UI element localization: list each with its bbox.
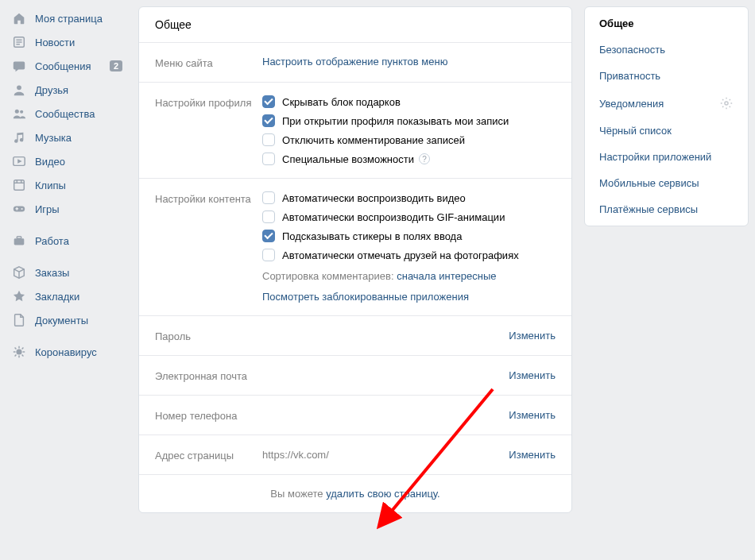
nav-item-music[interactable]: Музыка [3, 126, 129, 149]
nav-item-label: Моя страница [35, 13, 103, 25]
row-label-address: Адрес страницы [155, 448, 262, 462]
checkbox-label: Отключить комментирование записей [282, 134, 465, 146]
checkbox[interactable] [262, 95, 275, 108]
nav-item-covid[interactable]: Коронавирус [3, 340, 129, 364]
svg-point-6 [20, 110, 23, 114]
profile-option-2[interactable]: Отключить комментирование записей [262, 133, 556, 146]
nav-item-work[interactable]: Работа [3, 229, 129, 253]
settings-tab-blacklist[interactable]: Чёрный список [585, 118, 748, 144]
checkbox-label: Автоматически отмечать друзей на фотогра… [282, 249, 519, 261]
clips-icon [11, 177, 27, 193]
checkbox-label: При открытии профиля показывать мои запи… [282, 115, 509, 127]
change-phone-link[interactable]: Изменить [509, 409, 556, 421]
section-phone: Номер телефонаИзменить [139, 396, 571, 435]
section-content: Настройки контента Автоматически воспрои… [139, 179, 571, 316]
sort-label: Сортировка комментариев: [262, 270, 397, 282]
row-label-email: Электронная почта [155, 369, 262, 382]
help-icon[interactable]: ? [419, 153, 430, 164]
section-password: ПарольИзменить [139, 316, 571, 356]
doc-icon [11, 312, 27, 328]
content-option-2[interactable]: Подсказывать стикеры в полях ввода [262, 230, 556, 242]
nav-item-bookmarks[interactable]: Закладки [3, 284, 129, 308]
row-label-phone: Номер телефона [155, 408, 262, 422]
configure-menu-link[interactable]: Настроить отображение пунктов меню [262, 56, 447, 68]
section-label-menu: Меню сайта [155, 56, 262, 69]
settings-tab-label: Мобильные сервисы [599, 177, 699, 189]
svg-line-26 [22, 348, 24, 350]
nav-item-label: Закладки [35, 291, 79, 303]
change-password-link[interactable]: Изменить [509, 330, 556, 342]
music-icon [11, 129, 27, 145]
nav-item-label: Сообщества [35, 108, 95, 120]
settings-tab-label: Чёрный список [599, 125, 672, 137]
nav-item-clips[interactable]: Клипы [3, 173, 129, 197]
content-option-1[interactable]: Автоматически воспроизводить GIF-анимаци… [262, 210, 556, 223]
nav-item-label: Видео [35, 156, 65, 168]
svg-rect-9 [14, 180, 25, 191]
checkbox[interactable] [262, 114, 275, 127]
svg-rect-17 [14, 238, 25, 245]
box-icon [11, 265, 27, 280]
svg-point-4 [17, 85, 21, 90]
settings-tab-notifications[interactable]: Уведомления [585, 89, 748, 118]
delete-page-link[interactable]: удалить свою страницу. [326, 488, 440, 500]
settings-tab-privacy[interactable]: Приватность [585, 63, 748, 89]
row-value-address: https://vk.com/ [262, 449, 329, 461]
nav-item-documents[interactable]: Документы [3, 308, 129, 332]
nav-item-label: Коронавирус [35, 346, 97, 358]
settings-tab-security[interactable]: Безопасность [585, 37, 748, 63]
checkbox[interactable] [262, 249, 275, 261]
svg-line-24 [15, 348, 17, 350]
settings-tab-label: Безопасность [599, 44, 665, 56]
profile-option-1[interactable]: При открытии профиля показывать мои запи… [262, 114, 556, 127]
nav-item-groups[interactable]: Сообщества [3, 102, 129, 126]
nav-item-messages[interactable]: Сообщения2 [3, 54, 129, 78]
svg-line-27 [15, 355, 17, 357]
nav-item-label: Новости [35, 37, 75, 48]
checkbox[interactable] [262, 210, 275, 223]
checkbox-label: Автоматически воспроизводить GIF-анимаци… [282, 211, 505, 223]
nav-item-label: Работа [35, 235, 69, 247]
left-sidebar: Моя страницаНовостиСообщения2ДрузьяСообщ… [0, 0, 132, 560]
nav-item-games[interactable]: Игры [3, 197, 129, 221]
delete-prefix: Вы можете [270, 488, 326, 500]
sort-value-link[interactable]: сначала интересные [397, 270, 496, 282]
nav-item-label: Документы [35, 315, 88, 326]
blocked-apps-link[interactable]: Посмотреть заблокированные приложения [262, 291, 469, 303]
home-icon [11, 10, 27, 26]
nav-item-label: Клипы [35, 180, 66, 191]
settings-tab-payments[interactable]: Платёжные сервисы [585, 196, 748, 222]
section-label-profile: Настройки профиля [155, 95, 262, 165]
nav-item-friends[interactable]: Друзья [3, 78, 129, 102]
settings-tab-apps[interactable]: Настройки приложений [585, 144, 748, 170]
checkbox[interactable] [262, 133, 275, 146]
svg-rect-13 [14, 206, 25, 211]
nav-item-my-page[interactable]: Моя страница [3, 6, 129, 30]
gear-icon[interactable] [719, 96, 734, 110]
nav-item-video[interactable]: Видео [3, 149, 129, 173]
change-address-link[interactable]: Изменить [509, 449, 556, 461]
main-content: Общее Меню сайта Настроить отображение п… [132, 0, 572, 560]
checkbox[interactable] [262, 191, 275, 204]
section-address: Адрес страницыhttps://vk.com/Изменить [139, 435, 571, 474]
nav-item-orders[interactable]: Заказы [3, 261, 129, 284]
settings-tab-label: Общее [599, 17, 634, 29]
video-icon [11, 153, 27, 169]
checkbox[interactable] [262, 230, 275, 242]
profile-option-0[interactable]: Скрывать блок подарков [262, 95, 556, 108]
change-email-link[interactable]: Изменить [509, 369, 556, 381]
star-icon [11, 288, 27, 304]
right-sidebar: ОбщееБезопасностьПриватностьУведомленияЧ… [572, 0, 755, 560]
settings-tab-label: Приватность [599, 70, 660, 82]
nav-item-news[interactable]: Новости [3, 30, 129, 54]
profile-option-3[interactable]: Специальные возможности? [262, 153, 556, 165]
nav-badge: 2 [110, 60, 122, 71]
settings-tab-mobile[interactable]: Мобильные сервисы [585, 170, 748, 196]
settings-nav-card: ОбщееБезопасностьПриватностьУведомленияЧ… [584, 6, 749, 226]
users-icon [11, 106, 27, 122]
checkbox[interactable] [262, 153, 275, 165]
settings-tab-general[interactable]: Общее [585, 10, 748, 37]
settings-tab-label: Уведомления [599, 98, 664, 110]
content-option-3[interactable]: Автоматически отмечать друзей на фотогра… [262, 249, 556, 261]
content-option-0[interactable]: Автоматически воспроизводить видео [262, 191, 556, 204]
